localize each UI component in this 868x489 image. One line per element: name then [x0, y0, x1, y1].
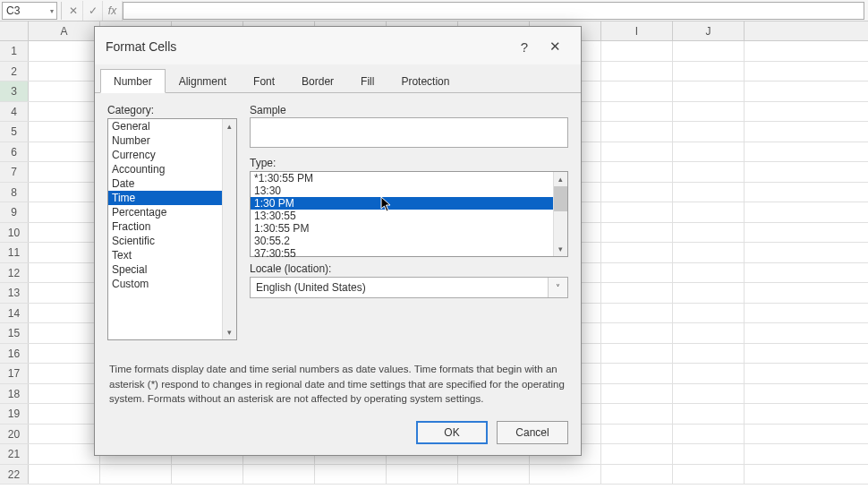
list-item[interactable]: 30:55.2: [251, 235, 567, 247]
row-header[interactable]: 17: [0, 364, 29, 383]
list-item[interactable]: General: [108, 119, 236, 133]
row-header[interactable]: 22: [0, 465, 29, 485]
cell[interactable]: [673, 142, 745, 162]
cell[interactable]: [673, 404, 745, 424]
cell[interactable]: [673, 304, 745, 323]
list-item[interactable]: Percentage: [108, 205, 236, 219]
cell[interactable]: [315, 465, 387, 485]
cell[interactable]: [673, 344, 745, 364]
row-header[interactable]: 10: [0, 223, 29, 243]
cell[interactable]: [601, 304, 673, 323]
row-header[interactable]: 6: [0, 142, 29, 162]
cell[interactable]: [601, 384, 673, 404]
cancel-button[interactable]: Cancel: [497, 421, 568, 444]
row-header[interactable]: 19: [0, 404, 29, 424]
list-item[interactable]: 37:30:55: [251, 247, 567, 260]
row-header[interactable]: 21: [0, 444, 29, 464]
cell[interactable]: [29, 425, 100, 444]
cell[interactable]: [29, 404, 100, 424]
cell[interactable]: [673, 283, 745, 303]
cell[interactable]: [673, 183, 745, 202]
cell[interactable]: [243, 465, 315, 485]
tab-protection[interactable]: Protection: [387, 69, 463, 93]
cancel-formula-icon[interactable]: ✕: [64, 1, 83, 21]
cell[interactable]: [387, 465, 458, 485]
cell[interactable]: [673, 384, 745, 404]
cell[interactable]: [29, 162, 100, 182]
cell[interactable]: [601, 202, 673, 222]
cell[interactable]: [29, 364, 100, 383]
list-item[interactable]: Fraction: [108, 219, 236, 234]
cell[interactable]: [673, 223, 745, 243]
scrollbar[interactable]: ▴ ▾: [222, 119, 236, 339]
cell[interactable]: [601, 243, 673, 262]
cell[interactable]: [29, 304, 100, 323]
cell[interactable]: [29, 344, 100, 364]
column-header[interactable]: A: [29, 21, 100, 40]
row-header[interactable]: 7: [0, 162, 29, 182]
cell[interactable]: [29, 82, 100, 101]
cell[interactable]: [458, 465, 530, 485]
category-listbox[interactable]: GeneralNumberCurrencyAccountingDateTimeP…: [107, 118, 237, 340]
cell[interactable]: [673, 243, 745, 262]
enter-formula-icon[interactable]: ✓: [83, 1, 103, 21]
cell[interactable]: [601, 323, 673, 343]
cell[interactable]: [29, 384, 100, 404]
cell[interactable]: [601, 344, 673, 364]
cell[interactable]: [673, 122, 745, 142]
row-header[interactable]: 2: [0, 62, 29, 82]
list-item[interactable]: Currency: [108, 148, 236, 162]
list-item[interactable]: Time: [108, 191, 236, 205]
row-header[interactable]: 12: [0, 263, 29, 283]
close-button[interactable]: ✕: [540, 36, 570, 57]
row-header[interactable]: 11: [0, 243, 29, 262]
cell[interactable]: [100, 465, 172, 485]
cell[interactable]: [601, 102, 673, 122]
row-header[interactable]: 14: [0, 304, 29, 323]
cell[interactable]: [673, 41, 745, 61]
list-item[interactable]: *1:30:55 PM: [251, 172, 567, 184]
cell[interactable]: [601, 465, 673, 485]
fx-icon[interactable]: fx: [103, 1, 123, 21]
type-listbox[interactable]: *1:30:55 PM13:301:30 PM13:30:551:30:55 P…: [250, 171, 568, 257]
tab-alignment[interactable]: Alignment: [166, 69, 240, 93]
scroll-up-icon[interactable]: ▴: [554, 172, 567, 186]
cell[interactable]: [673, 323, 745, 343]
cell[interactable]: [673, 82, 745, 101]
cell[interactable]: [601, 122, 673, 142]
row-header[interactable]: 1: [0, 41, 29, 61]
list-item[interactable]: Date: [108, 176, 236, 191]
tab-border[interactable]: Border: [288, 69, 347, 93]
list-item[interactable]: 13:30:55: [251, 210, 567, 222]
tab-font[interactable]: Font: [240, 69, 288, 93]
cell[interactable]: [673, 263, 745, 283]
help-button[interactable]: ?: [509, 36, 540, 57]
column-header[interactable]: J: [673, 21, 745, 40]
cell[interactable]: [601, 223, 673, 243]
cell[interactable]: [172, 465, 243, 485]
cell[interactable]: [601, 364, 673, 383]
cell[interactable]: [29, 41, 100, 61]
scroll-thumb[interactable]: [554, 186, 567, 211]
cell[interactable]: [673, 444, 745, 464]
row-header[interactable]: 9: [0, 202, 29, 222]
scrollbar[interactable]: ▴ ▾: [553, 172, 567, 256]
list-item[interactable]: Special: [108, 262, 236, 277]
tab-number[interactable]: Number: [100, 69, 166, 93]
cell[interactable]: [29, 202, 100, 222]
cell[interactable]: [673, 162, 745, 182]
locale-select[interactable]: English (United States) ˅: [250, 277, 568, 298]
list-item[interactable]: Scientific: [108, 234, 236, 248]
cell[interactable]: [673, 202, 745, 222]
row-header[interactable]: 18: [0, 384, 29, 404]
list-item[interactable]: Accounting: [108, 162, 236, 176]
name-box[interactable]: C3 ▾: [2, 2, 57, 20]
tab-fill[interactable]: Fill: [347, 69, 387, 93]
ok-button[interactable]: OK: [416, 421, 488, 444]
list-item[interactable]: Text: [108, 248, 236, 262]
cell[interactable]: [29, 122, 100, 142]
cell[interactable]: [29, 444, 100, 464]
cell[interactable]: [673, 425, 745, 444]
row-header[interactable]: 4: [0, 102, 29, 122]
row-header[interactable]: 16: [0, 344, 29, 364]
